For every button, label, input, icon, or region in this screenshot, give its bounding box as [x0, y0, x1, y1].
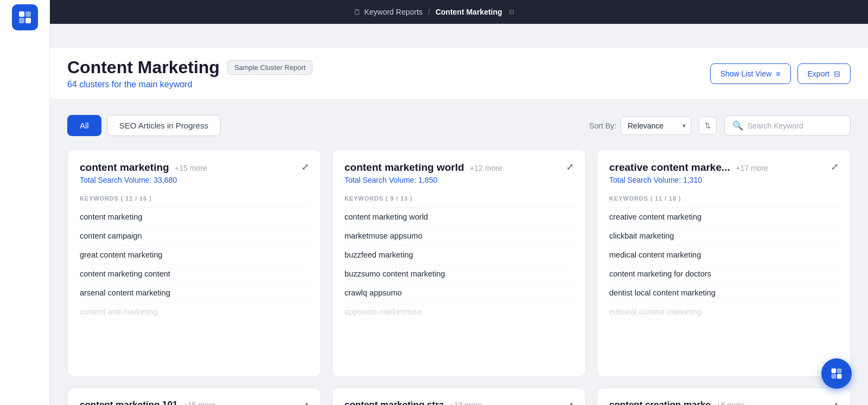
keywords-label-2: KEYWORDS ( 11 / 18 ): [609, 195, 838, 202]
export-icon: ⊟: [834, 69, 840, 78]
keyword-item: creative content marketing: [609, 207, 838, 226]
keyword-item: content marketing for doctors: [609, 264, 838, 283]
tab-seo-articles[interactable]: SEO Articles in Progress: [107, 115, 221, 136]
expand-icon-bottom-0[interactable]: ⤢: [302, 400, 309, 406]
expand-icon-2[interactable]: ⤢: [831, 162, 838, 172]
fab-logo-icon: [830, 367, 843, 380]
breadcrumb-current: Content Marketing: [436, 8, 502, 16]
logo[interactable]: [12, 4, 38, 30]
breadcrumb-reports[interactable]: Keyword Reports: [364, 8, 422, 16]
card-header-0: content marketing +15 more ⤢: [80, 162, 309, 173]
keyword-item: great content marketing: [80, 245, 309, 264]
sort-select-wrapper: Relevance Volume Alphabetical: [621, 117, 691, 135]
card-volume-1: Total Search Volume: 1,850: [344, 176, 573, 184]
header-actions: Show List View ≡ Export ⊟: [710, 63, 851, 84]
keyword-item: arsenal content marketing: [80, 283, 309, 302]
svg-rect-2: [19, 18, 24, 23]
bottom-card-2: content creation marke +8 more ⤢: [597, 388, 851, 405]
search-input[interactable]: [748, 121, 843, 130]
filter-icon: ⇅: [705, 121, 711, 130]
search-box: 🔍: [724, 115, 851, 136]
filter-icon-button[interactable]: ⇅: [699, 117, 717, 134]
header-left: Content Marketing Sample Cluster Report …: [67, 57, 312, 89]
keyword-item: dentist local content marketing: [609, 283, 838, 302]
keyword-item: clickbait marketing: [609, 226, 838, 245]
keyword-item-faded: appsumo marketmuse: [344, 302, 573, 321]
keyword-list-0: content marketing content campaign great…: [80, 207, 309, 321]
cluster-count: 64 clusters for the main keyword: [67, 80, 312, 89]
expand-icon-bottom-2[interactable]: ⤢: [831, 400, 838, 406]
cluster-card-0: content marketing +15 more ⤢ Total Searc…: [67, 149, 321, 377]
card-title-2: creative content marke... +17 more: [609, 162, 768, 173]
bottom-card-grid: content marketing 101 +15 more ⤢ content…: [67, 388, 851, 405]
sort-select[interactable]: Relevance Volume Alphabetical: [621, 117, 691, 135]
card-volume-2: Total Search Volume: 1,310: [609, 176, 838, 184]
toolbar: All SEO Articles in Progress Sort By: Re…: [67, 115, 851, 136]
card-grid: content marketing +15 more ⤢ Total Searc…: [67, 149, 851, 377]
card-header-1: content marketing world +12 more ⤢: [344, 162, 573, 173]
keyword-list-2: creative content marketing clickbait mar…: [609, 207, 838, 321]
card-title-0: content marketing +15 more: [80, 162, 207, 173]
keyword-item-faded: content and marketing: [80, 302, 309, 321]
expand-icon-1[interactable]: ⤢: [566, 162, 573, 172]
cluster-card-1: content marketing world +12 more ⤢ Total…: [332, 149, 586, 377]
cluster-card-2: creative content marke... +17 more ⤢ Tot…: [597, 149, 851, 377]
keyword-item: content marketing world: [344, 207, 573, 226]
keyword-item: buzzfeed marketing: [344, 245, 573, 264]
logo-icon: [17, 10, 33, 25]
breadcrumb-sep: /: [428, 8, 430, 16]
keywords-label-0: KEYWORDS ( 11 / 16 ): [80, 195, 309, 202]
sample-cluster-report-badge[interactable]: Sample Cluster Report: [227, 60, 313, 75]
keyword-item-faded: editorial content marketing: [609, 302, 838, 321]
keyword-item: content marketing content: [80, 264, 309, 283]
card-title-1: content marketing world +12 more: [344, 162, 502, 173]
show-list-view-button[interactable]: Show List View ≡: [710, 63, 791, 84]
page-header: Content Marketing Sample Cluster Report …: [50, 48, 868, 100]
main-wrapper: Content Marketing Sample Cluster Report …: [50, 48, 868, 405]
svg-rect-1: [25, 11, 31, 17]
page-title: Content Marketing: [67, 57, 220, 78]
bottom-card-title-2: content creation marke +8 more: [609, 400, 744, 405]
toolbar-right: Sort By: Relevance Volume Alphabetical ⇅…: [589, 115, 851, 136]
export-label: Export: [808, 69, 829, 78]
bottom-card-0: content marketing 101 +15 more ⤢: [67, 388, 321, 405]
header-title-row: Content Marketing Sample Cluster Report: [67, 57, 312, 78]
export-button[interactable]: Export ⊟: [797, 63, 851, 84]
svg-rect-4: [832, 369, 837, 374]
card-volume-0: Total Search Volume: 33,680: [80, 176, 309, 184]
nav-report-icon: 🗒: [354, 8, 361, 16]
edit-icon[interactable]: ⊟: [509, 8, 514, 16]
bottom-card-1: content marketing stra +13 more ⤢: [332, 388, 586, 405]
keyword-list-1: content marketing world marketmuse appsu…: [344, 207, 573, 321]
svg-rect-3: [25, 18, 31, 23]
card-header-2: creative content marke... +17 more ⤢: [609, 162, 838, 173]
keyword-item: content campaign: [80, 226, 309, 245]
expand-icon-bottom-1[interactable]: ⤢: [566, 400, 573, 406]
svg-rect-5: [837, 369, 842, 374]
keywords-label-1: KEYWORDS ( 9 / 13 ): [344, 195, 573, 202]
keyword-item: buzzsumo content marketing: [344, 264, 573, 283]
bottom-card-title-0: content marketing 101 +15 more: [80, 400, 215, 405]
svg-rect-7: [837, 374, 842, 379]
fab-button[interactable]: [821, 358, 852, 389]
keyword-item: marketmuse appsumo: [344, 226, 573, 245]
sort-row: Sort By: Relevance Volume Alphabetical: [589, 117, 691, 135]
bottom-card-title-1: content marketing stra +13 more: [344, 400, 482, 405]
top-nav: 🗒 Keyword Reports / Content Marketing ⊟: [0, 0, 868, 24]
filter-tabs: All SEO Articles in Progress: [67, 115, 221, 136]
expand-icon-0[interactable]: ⤢: [302, 162, 309, 172]
list-view-icon: ≡: [776, 69, 780, 78]
search-icon: 🔍: [732, 120, 743, 131]
svg-rect-0: [19, 11, 24, 17]
svg-rect-6: [832, 374, 837, 379]
sidebar: [0, 0, 50, 405]
sort-label: Sort By:: [589, 121, 616, 130]
show-list-view-label: Show List View: [720, 69, 772, 78]
keyword-item: crawlq appsumo: [344, 283, 573, 302]
content-area: All SEO Articles in Progress Sort By: Re…: [50, 100, 868, 405]
keyword-item: content marketing: [80, 207, 309, 226]
keyword-item: medical content marketing: [609, 245, 838, 264]
tab-all[interactable]: All: [67, 115, 101, 136]
